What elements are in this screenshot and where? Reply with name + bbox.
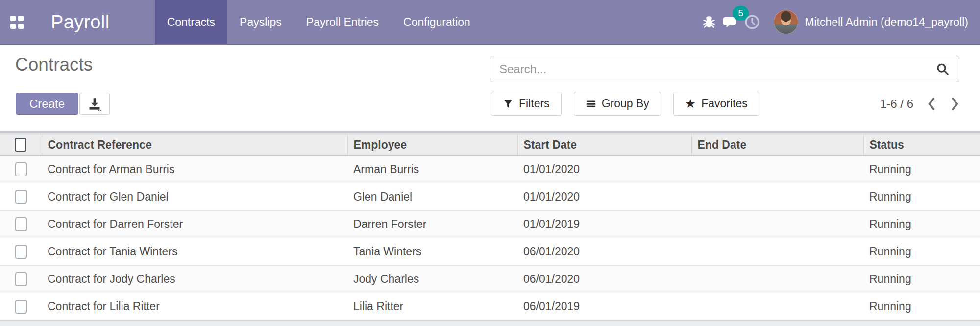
- cell-end-date[interactable]: [691, 293, 863, 320]
- cell-status[interactable]: Running: [863, 210, 980, 238]
- cell-start-date[interactable]: 06/01/2020: [517, 265, 691, 293]
- cell-start-date[interactable]: 01/01/2019: [517, 210, 691, 238]
- menu-item-label: Payslips: [240, 16, 282, 29]
- menu-item-configuration[interactable]: Configuration: [391, 0, 483, 44]
- chevron-left-icon: [925, 97, 938, 111]
- menu-item-label: Payroll Entries: [306, 16, 379, 29]
- cell-employee[interactable]: Jody Charles: [347, 265, 517, 293]
- cell-contract-reference[interactable]: Contract for Lilia Ritter: [42, 293, 347, 320]
- navbar-menu: ContractsPayslipsPayroll EntriesConfigur…: [155, 0, 483, 44]
- row-checkbox[interactable]: [15, 300, 27, 314]
- row-checkbox[interactable]: [15, 217, 27, 231]
- favorites-button[interactable]: ★ Favorites: [673, 92, 760, 116]
- apps-menu-button[interactable]: [0, 0, 24, 44]
- row-checkbox-cell: [0, 210, 42, 238]
- cell-status[interactable]: Running: [863, 155, 980, 183]
- cell-status[interactable]: Running: [863, 183, 980, 210]
- filter-funnel-icon: [503, 99, 514, 109]
- cell-status[interactable]: Running: [863, 238, 980, 265]
- row-checkbox-cell: [0, 183, 42, 210]
- cell-contract-reference[interactable]: Contract for Arman Burris: [42, 155, 347, 183]
- favorites-star-icon: ★: [685, 98, 696, 110]
- debug-bug-icon[interactable]: [698, 0, 720, 45]
- apps-grid-icon: [10, 16, 24, 29]
- table-row[interactable]: Contract for Jody Charles Jody Charles 0…: [0, 265, 980, 293]
- top-navbar: Payroll ContractsPayslipsPayroll Entries…: [0, 0, 980, 45]
- cell-contract-reference[interactable]: Contract for Glen Daniel: [42, 183, 347, 210]
- filters-label: Filters: [519, 97, 550, 110]
- page-title: Contracts: [15, 54, 93, 75]
- bug-icon: [701, 14, 717, 30]
- export-button[interactable]: [79, 93, 110, 115]
- menu-item-label: Configuration: [403, 16, 470, 29]
- row-checkbox-cell: [0, 265, 42, 293]
- cell-status[interactable]: Running: [863, 293, 980, 320]
- row-checkbox[interactable]: [15, 190, 27, 204]
- menu-item-payslips[interactable]: Payslips: [227, 0, 294, 44]
- filters-button[interactable]: Filters: [491, 92, 562, 116]
- cell-start-date[interactable]: 01/01/2020: [517, 183, 691, 210]
- column-header-end-date[interactable]: End Date: [691, 135, 863, 155]
- messages-button[interactable]: 5: [720, 0, 741, 45]
- table-header-row: Contract Reference Employee Start Date E…: [0, 135, 980, 155]
- cell-status[interactable]: Running: [863, 265, 980, 293]
- list-footer-strip: [0, 320, 980, 326]
- row-checkbox[interactable]: [15, 162, 27, 176]
- menu-item-payroll-entries[interactable]: Payroll Entries: [294, 0, 391, 44]
- favorites-label: Favorites: [701, 97, 748, 110]
- cell-employee[interactable]: Glen Daniel: [347, 183, 517, 210]
- search-input[interactable]: [499, 62, 935, 76]
- user-menu[interactable]: Mitchell Admin (demo14_payroll): [805, 16, 968, 29]
- group-by-button[interactable]: Group By: [574, 92, 661, 116]
- app-brand[interactable]: Payroll: [51, 0, 110, 44]
- row-checkbox-cell: [0, 293, 42, 320]
- control-panel: Contracts Create Filters: [0, 45, 980, 131]
- row-checkbox-cell: [0, 238, 42, 265]
- column-header-status[interactable]: Status: [863, 135, 980, 155]
- table-top-border: [0, 131, 980, 135]
- column-header-contract-reference[interactable]: Contract Reference: [42, 135, 347, 155]
- cell-end-date[interactable]: [691, 238, 863, 265]
- select-all-checkbox[interactable]: [15, 138, 26, 152]
- row-checkbox[interactable]: [15, 245, 27, 259]
- cell-start-date[interactable]: 06/01/2019: [517, 293, 691, 320]
- table-row[interactable]: Contract for Arman Burris Arman Burris 0…: [0, 155, 980, 183]
- cell-employee[interactable]: Darren Forster: [347, 210, 517, 238]
- create-button[interactable]: Create: [16, 93, 78, 115]
- row-checkbox-cell: [0, 155, 42, 183]
- cell-employee[interactable]: Lilia Ritter: [347, 293, 517, 320]
- cell-end-date[interactable]: [691, 155, 863, 183]
- cell-employee[interactable]: Tania Winters: [347, 238, 517, 265]
- pager-range[interactable]: 1-6 / 6: [880, 97, 913, 111]
- pager-previous-button[interactable]: [925, 97, 938, 111]
- table-row[interactable]: Contract for Tania Winters Tania Winters…: [0, 238, 980, 265]
- cell-contract-reference[interactable]: Contract for Tania Winters: [42, 238, 347, 265]
- menu-item-contracts[interactable]: Contracts: [155, 0, 227, 44]
- cell-contract-reference[interactable]: Contract for Darren Forster: [42, 210, 347, 238]
- select-all-header: [0, 135, 42, 155]
- table-row[interactable]: Contract for Glen Daniel Glen Daniel 01/…: [0, 183, 980, 210]
- cell-end-date[interactable]: [691, 265, 863, 293]
- table-row[interactable]: Contract for Darren Forster Darren Forst…: [0, 210, 980, 238]
- search-icon[interactable]: [935, 62, 950, 76]
- activities-clock-icon: [744, 14, 760, 30]
- cell-contract-reference[interactable]: Contract for Jody Charles: [42, 265, 347, 293]
- cell-end-date[interactable]: [691, 183, 863, 210]
- group-by-label: Group By: [602, 97, 649, 110]
- column-header-start-date[interactable]: Start Date: [517, 135, 691, 155]
- table-row[interactable]: Contract for Lilia Ritter Lilia Ritter 0…: [0, 293, 980, 320]
- pager: 1-6 / 6: [880, 92, 961, 116]
- search-bar: [490, 56, 959, 82]
- pager-next-button[interactable]: [949, 97, 961, 111]
- menu-item-label: Contracts: [167, 16, 215, 29]
- cell-end-date[interactable]: [691, 210, 863, 238]
- user-avatar[interactable]: [774, 10, 798, 34]
- cell-employee[interactable]: Arman Burris: [347, 155, 517, 183]
- row-checkbox[interactable]: [15, 272, 27, 286]
- cell-start-date[interactable]: 01/01/2020: [517, 155, 691, 183]
- group-by-bars-icon: [586, 99, 596, 109]
- contracts-list-table: Contract Reference Employee Start Date E…: [0, 135, 980, 320]
- column-header-employee[interactable]: Employee: [347, 135, 517, 155]
- cell-start-date[interactable]: 06/01/2020: [517, 238, 691, 265]
- activities-button[interactable]: [741, 0, 763, 45]
